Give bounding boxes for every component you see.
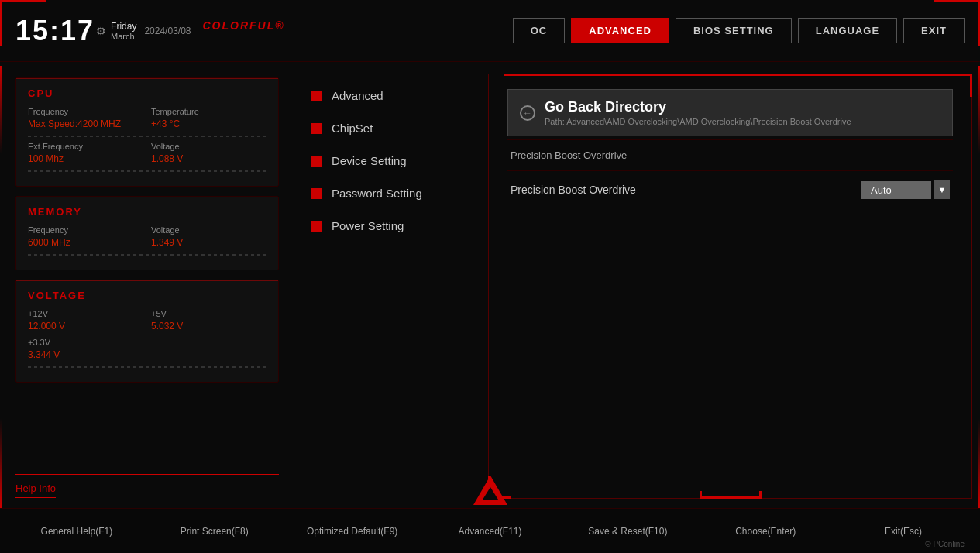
menu-item-password-setting[interactable]: Password Setting — [302, 179, 473, 208]
menu-item-chipset[interactable]: ChipSet — [302, 114, 473, 143]
main-content: CPU Frequency Max Speed:4200 MHZ Tempera… — [0, 66, 980, 507]
frame-bottom-center — [700, 491, 762, 499]
hint-f8-key: Print Screen(F8) — [181, 526, 249, 537]
hint-f11-key: Advanced(F11) — [458, 526, 521, 537]
voltage-33v-label: +3.3V — [28, 338, 143, 347]
menu-item-power-setting[interactable]: Power Setting — [302, 211, 473, 240]
setting-control-boost: Auto ▼ — [861, 180, 950, 199]
menu-dot-power-setting — [311, 221, 322, 232]
menu-dot-chipset — [311, 123, 322, 134]
nav-exit-button[interactable]: EXIT — [903, 18, 965, 43]
brand-suffix: ® — [275, 19, 284, 32]
go-back-icon: ← — [520, 105, 535, 121]
menu-label-power-setting: Power Setting — [332, 219, 404, 232]
cpu-frequency-value: Max Speed:4200 MHZ — [28, 118, 143, 129]
hint-f10-key: Save & Reset(F10) — [588, 526, 667, 537]
voltage-33v-value: 3.344 V — [28, 349, 143, 360]
settings-divider-2 — [507, 170, 953, 171]
menu-item-device-setting[interactable]: Device Setting — [302, 146, 473, 175]
menu-label-advanced: Advanced — [332, 89, 383, 102]
cpu-voltage-label: Voltage — [151, 142, 266, 151]
menu-dot-device-setting — [311, 156, 322, 167]
bottom-logo — [473, 476, 507, 505]
cpu-card: CPU Frequency Max Speed:4200 MHZ Tempera… — [15, 77, 279, 187]
go-back-title: Go Back Directory — [545, 99, 851, 115]
cpu-frequency-col: Frequency Max Speed:4200 MHZ — [28, 107, 143, 129]
setting-name-boost: Precision Boost Overdrive — [511, 184, 636, 196]
cpu-ext-freq-value: 100 Mhz — [28, 153, 143, 164]
bottom-hint-enter: Choose(Enter) — [696, 526, 834, 537]
menu-item-advanced[interactable]: Advanced — [302, 81, 473, 110]
hint-f1-key: General Help(F1) — [41, 526, 113, 537]
setting-value-boost: Auto — [861, 181, 931, 199]
cpu-row-2: Ext.Frequency 100 Mhz Voltage 1.088 V — [28, 142, 266, 164]
memory-frequency-label: Frequency — [28, 225, 143, 235]
brand-name: COLORFUL — [202, 19, 275, 32]
nav-advanced-button[interactable]: ADVANCED — [571, 18, 669, 43]
memory-voltage-col: Voltage 1.349 V — [151, 225, 266, 248]
middle-panel: Advanced ChipSet Device Setting Password… — [294, 66, 480, 507]
cpu-temperature-value: +43 °C — [151, 118, 266, 129]
go-back-row[interactable]: ← Go Back Directory Path: Advanced\AMD O… — [507, 89, 953, 136]
nav-language-button[interactable]: LANGUAGE — [798, 18, 897, 43]
voltage-5v-value: 5.032 V — [151, 321, 266, 331]
nav-oc-button[interactable]: OC — [513, 18, 566, 43]
voltage-card: VOLTAGE +12V 12.000 V +5V 5.032 V +3.3V … — [15, 280, 279, 383]
voltage-divider — [28, 366, 266, 368]
voltage-12v-value: 12.000 V — [28, 321, 143, 331]
header: 15:17 ⚙ Friday March 2024/03/08 COLORFUL… — [0, 0, 980, 62]
memory-voltage-label: Voltage — [151, 225, 266, 235]
voltage-row-1: +12V 12.000 V +5V 5.032 V — [28, 309, 266, 331]
bottom-hint-f11: Advanced(F11) — [421, 526, 559, 537]
hint-f9-key: Optimized Default(F9) — [307, 526, 397, 537]
brand-logo: COLORFUL® — [202, 19, 284, 43]
cpu-temperature-label: Temperature — [151, 107, 266, 116]
cpu-row-1: Frequency Max Speed:4200 MHZ Temperature… — [28, 107, 266, 129]
memory-row: Frequency 6000 MHz Voltage 1.349 V — [28, 225, 266, 248]
go-back-text: Go Back Directory Path: Advanced\AMD Ove… — [545, 99, 851, 126]
memory-voltage-value: 1.349 V — [151, 237, 266, 248]
time: 15:17 — [15, 15, 95, 47]
memory-frequency-col: Frequency 6000 MHz — [28, 225, 143, 248]
settings-content: ← Go Back Directory Path: Advanced\AMD O… — [496, 77, 965, 217]
cpu-voltage-col: Voltage 1.088 V — [151, 142, 266, 164]
memory-frequency-value: 6000 MHz — [28, 237, 143, 248]
help-info-label: Help Info — [15, 483, 56, 498]
hint-enter-key: Choose(Enter) — [735, 526, 796, 537]
clock-display: 15:17 ⚙ Friday March — [15, 15, 136, 47]
gear-icon: ⚙ — [96, 25, 106, 37]
voltage-12v-label: +12V — [28, 309, 143, 318]
bottom-hint-f9: Optimized Default(F9) — [284, 526, 421, 537]
setting-section-label: Precision Boost Overdrive — [507, 143, 953, 167]
cpu-voltage-value: 1.088 V — [151, 153, 266, 164]
settings-divider-1 — [507, 139, 953, 140]
bottom-hint-f1: General Help(F1) — [8, 526, 146, 537]
menu-label-password-setting: Password Setting — [332, 187, 422, 200]
nav-buttons: OC ADVANCED BIOS SETTING LANGUAGE EXIT — [513, 18, 965, 43]
cpu-temperature-col: Temperature +43 °C — [151, 107, 266, 129]
left-panel: CPU Frequency Max Speed:4200 MHZ Tempera… — [0, 66, 294, 507]
cpu-ext-freq-label: Ext.Frequency — [28, 142, 143, 151]
weekday: Friday — [111, 21, 136, 32]
voltage-5v-col: +5V 5.032 V — [151, 309, 266, 331]
voltage-row-2: +3.3V 3.344 V — [28, 338, 266, 360]
nav-bios-setting-button[interactable]: BIOS SETTING — [676, 18, 792, 43]
day-info: Friday March — [111, 21, 136, 41]
setting-row-boost: Precision Boost Overdrive Auto ▼ — [507, 174, 953, 205]
bottom-hint-f10: Save & Reset(F10) — [559, 526, 696, 537]
pconline-brand: © PConline — [925, 540, 965, 548]
menu-dot-password-setting — [311, 188, 322, 199]
bottom-bar: General Help(F1) Print Screen(F8) Optimi… — [0, 508, 980, 553]
menu-label-chipset: ChipSet — [332, 122, 373, 135]
cpu-title: CPU — [28, 88, 266, 99]
voltage-title: VOLTAGE — [28, 290, 266, 301]
cpu-divider-2 — [28, 170, 266, 172]
menu-label-device-setting: Device Setting — [332, 154, 407, 167]
memory-title: MEMORY — [28, 206, 266, 218]
bottom-hint-esc: Exit(Esc) — [834, 526, 972, 537]
memory-card: MEMORY Frequency 6000 MHz Voltage 1.349 … — [15, 196, 279, 270]
select-arrow-boost[interactable]: ▼ — [934, 180, 950, 199]
bottom-hint-f8: Print Screen(F8) — [146, 526, 284, 537]
triangle-icon — [473, 476, 507, 505]
cpu-ext-freq-col: Ext.Frequency 100 Mhz — [28, 142, 143, 164]
